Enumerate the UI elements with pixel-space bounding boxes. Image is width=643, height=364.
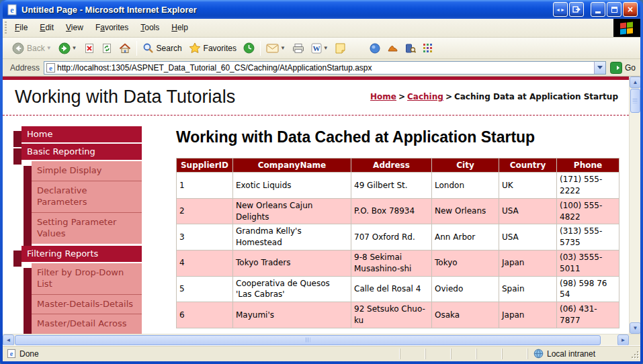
messenger-icon: [370, 43, 380, 54]
scroll-left-button[interactable]: ◄: [3, 334, 14, 346]
stop-button[interactable]: [81, 41, 98, 56]
horizontal-scroll-thumb[interactable]: [15, 335, 601, 345]
favorites-button[interactable]: Favorites: [185, 40, 240, 56]
status-pane: [476, 349, 502, 359]
sidebar-item-setting-parameter-values[interactable]: Setting Parameter Values: [32, 212, 142, 244]
menu-favorites[interactable]: Favorites: [89, 19, 134, 37]
menu-edit[interactable]: Edit: [34, 19, 60, 37]
page-ie-icon: e: [46, 62, 56, 73]
page-title: Working with Data Cached at Application …: [176, 128, 552, 147]
forward-dropdown-icon[interactable]: ▼: [72, 45, 77, 51]
breadcrumb-current: Caching Data at Application Startup: [454, 92, 618, 101]
discuss-button[interactable]: [332, 41, 349, 56]
scroll-down-button[interactable]: ▼: [630, 322, 640, 334]
table-cell: (171) 555-2222: [557, 173, 619, 199]
column-header-country: Country: [499, 158, 557, 173]
table-cell: (98) 598 76 54: [557, 276, 619, 302]
column-header-phone: Phone: [557, 158, 619, 173]
print-button[interactable]: [289, 41, 308, 56]
table-cell: 9-8 Sekimai Musashino-shi: [351, 250, 432, 276]
sidebar-item-master-details-details[interactable]: Master-Details-Details: [32, 294, 142, 314]
menu-file[interactable]: File: [9, 19, 34, 37]
maximize-button[interactable]: [607, 2, 621, 17]
address-input[interactable]: [56, 63, 594, 73]
table-row: 2New Orleans Cajun DelightsP.O. Box 7893…: [177, 198, 619, 224]
favorites-star-icon: [189, 42, 201, 54]
history-button[interactable]: [240, 40, 258, 56]
table-cell: Cooperativa de Quesos 'Las Cabras': [233, 276, 351, 302]
title-bar[interactable]: e Untitled Page - Microsoft Internet Exp…: [3, 0, 640, 19]
messenger-button[interactable]: [366, 41, 384, 56]
vertical-scrollbar[interactable]: ▲ ▼: [629, 77, 640, 334]
back-dropdown-icon[interactable]: ▼: [46, 45, 52, 51]
edit-dropdown-icon[interactable]: ▼: [323, 45, 329, 51]
search-button[interactable]: Search: [139, 40, 185, 56]
mail-dropdown-icon[interactable]: ▼: [280, 45, 286, 51]
mail-button[interactable]: ▼: [263, 42, 289, 55]
menu-items: FileEditViewFavoritesToolsHelp: [9, 19, 613, 37]
svg-text:e: e: [10, 5, 14, 15]
edit-with-word-button[interactable]: W ▼: [308, 41, 332, 56]
status-pane: [400, 349, 425, 359]
table-cell: 707 Oxford Rd.: [351, 224, 432, 251]
toolbar-grip[interactable]: [3, 21, 8, 34]
status-pane: [451, 349, 476, 359]
minimize-button[interactable]: [591, 2, 605, 17]
go-button[interactable]: Go: [606, 62, 638, 74]
sidebar-nav: HomeBasic ReportingSimple DisplayDeclara…: [13, 126, 142, 334]
sidebar-item-home[interactable]: Home: [22, 126, 142, 142]
table-cell: 4: [177, 250, 233, 276]
column-header-companyname: CompanyName: [233, 158, 351, 173]
home-button[interactable]: [116, 41, 134, 56]
vm-popout-button[interactable]: [569, 2, 584, 17]
standard-toolbar: Back ▼ ▼ Sea: [3, 38, 640, 59]
vertical-scroll-track[interactable]: [630, 113, 640, 322]
research-icon: [405, 43, 416, 54]
custom-tool-button[interactable]: [384, 42, 402, 55]
table-cell: Mayumi's: [233, 302, 351, 328]
sidebar-item-master-detail-across[interactable]: Master/Detail Across: [32, 314, 142, 334]
vertical-scroll-thumb[interactable]: [630, 89, 640, 113]
mail-icon: [266, 44, 279, 53]
breadcrumb-home-link[interactable]: Home: [370, 92, 396, 101]
sidebar-item-simple-display[interactable]: Simple Display: [32, 161, 142, 181]
close-button[interactable]: ×: [623, 2, 638, 17]
sidebar-item-filter-by-drop-down-list[interactable]: Filter by Drop-Down List: [32, 263, 142, 294]
menu-help[interactable]: Help: [165, 19, 194, 37]
breadcrumb-caching-link[interactable]: Caching: [407, 92, 443, 101]
table-cell: Osaka: [432, 302, 499, 328]
sidebar-item-basic-reporting[interactable]: Basic Reporting: [22, 144, 142, 160]
address-field: e: [44, 61, 606, 75]
back-button[interactable]: Back ▼: [9, 40, 55, 56]
scroll-up-button[interactable]: ▲: [630, 77, 640, 88]
site-header: Working with Data Tutorials Home>Caching…: [3, 80, 629, 116]
menu-bar: FileEditViewFavoritesToolsHelp: [3, 19, 640, 38]
snippet-grid-button[interactable]: [419, 41, 437, 56]
sidebar-item-filtering-reports[interactable]: Filtering Reports: [22, 246, 142, 262]
sidebar-submenu: Filter by Drop-Down ListMaster-Details-D…: [32, 263, 142, 334]
address-dropdown-button[interactable]: [594, 62, 605, 74]
scroll-right-button[interactable]: ►: [617, 334, 629, 346]
scrollbar-corner: [629, 334, 640, 345]
table-cell: 49 Gilbert St.: [351, 173, 432, 199]
vm-nav-button[interactable]: ◄►: [553, 2, 568, 17]
window-resize-grip[interactable]: [630, 349, 639, 359]
table-cell: USA: [499, 224, 557, 251]
table-cell: Japan: [499, 250, 557, 276]
back-icon: [12, 42, 24, 54]
grid-icon: [423, 43, 433, 54]
table-row: 1Exotic Liquids49 Gilbert St.LondonUK(17…: [177, 173, 619, 199]
page-body: HomeBasic ReportingSimple DisplayDeclara…: [3, 116, 629, 328]
sidebar-item-declarative-parameters[interactable]: Declarative Parameters: [32, 181, 142, 212]
research-button[interactable]: [402, 41, 419, 56]
menu-view[interactable]: View: [60, 19, 89, 37]
table-cell: 5: [177, 276, 233, 302]
horizontal-scrollbar[interactable]: ◄ ►: [3, 334, 629, 345]
search-icon: [142, 42, 154, 54]
forward-button[interactable]: ▼: [55, 40, 81, 56]
page-viewport: Working with Data Tutorials Home>Caching…: [3, 77, 640, 334]
suppliers-table: SupplierIDCompanyNameAddressCityCountryP…: [176, 158, 619, 328]
refresh-button[interactable]: [98, 41, 116, 56]
windows-flag-icon: [620, 22, 634, 34]
menu-tools[interactable]: Tools: [134, 19, 165, 37]
